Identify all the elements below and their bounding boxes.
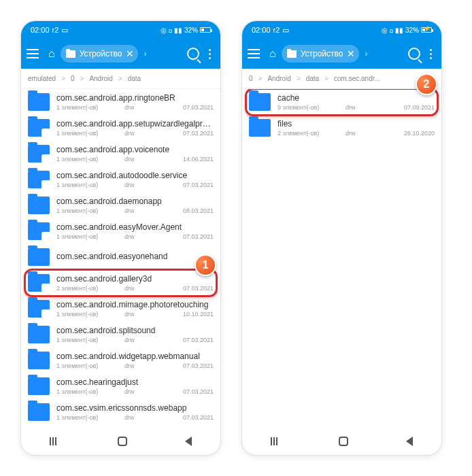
chevron-right-icon: ›: [365, 49, 367, 58]
folder-row[interactable]: com.sec.vsim.ericssonnsds.webapp1 элемен…: [21, 399, 220, 425]
folder-name: com.sec.hearingadjust: [56, 377, 214, 387]
permissions: drw: [124, 104, 158, 111]
chevron-right-icon: >: [324, 75, 328, 82]
folder-row[interactable]: com.sec.android.gallery3d2 элемент(-ов)d…: [21, 270, 220, 296]
file-list: com.sec.android.app.ringtoneBR1 элемент(…: [21, 89, 220, 428]
folder-icon: [28, 248, 50, 266]
item-count: 1 элемент(-ов): [56, 130, 124, 137]
close-icon[interactable]: ✕: [126, 48, 134, 59]
folder-name: files: [277, 119, 435, 129]
permissions: drw: [124, 130, 158, 137]
folder-row[interactable]: com.sec.android.autodoodle.service1 элем…: [21, 167, 220, 192]
permissions: drw: [345, 104, 380, 111]
date: 07.03.2021: [158, 337, 214, 343]
folder-name: com.sec.android.app.voicenote: [56, 145, 214, 154]
folder-name: cache: [277, 93, 435, 103]
breadcrumb-item[interactable]: data: [128, 75, 141, 82]
app-indicator-icon: ▭: [282, 26, 289, 35]
home-button[interactable]: ⌂: [48, 48, 55, 60]
network-label: r2: [52, 26, 59, 34]
nav-back[interactable]: [185, 437, 192, 446]
app-indicator-icon: ▭: [61, 26, 68, 35]
nav-recent[interactable]: [271, 437, 282, 445]
path-chip[interactable]: Устройство ✕: [61, 45, 139, 63]
folder-row[interactable]: com.sec.android.mimage.photoretouching1 …: [21, 296, 220, 322]
folder-row[interactable]: com.sec.android.app.ringtoneBR1 элемент(…: [21, 89, 220, 115]
folder-name: com.sec.android.app.ringtoneBR: [56, 93, 214, 103]
date: 07.03.2021: [158, 104, 214, 111]
home-button[interactable]: ⌂: [269, 48, 276, 60]
folder-row[interactable]: com.sec.android.widgetapp.webmanual1 эле…: [21, 347, 220, 373]
chevron-right-icon: >: [118, 75, 122, 82]
breadcrumb-item[interactable]: 0: [249, 75, 253, 82]
date: 07.03.2021: [158, 388, 214, 395]
nav-recent[interactable]: [50, 437, 61, 445]
folder-icon: [28, 352, 50, 369]
wifi-icon: ⩍: [390, 27, 393, 34]
breadcrumb-item[interactable]: data: [306, 75, 319, 82]
permissions: drw: [124, 362, 158, 369]
item-count: 1 элемент(-ов): [56, 182, 124, 188]
chevron-right-icon: >: [258, 75, 263, 82]
folder-icon: [249, 93, 271, 111]
folder-row[interactable]: com.sec.android.app.setupwizardlegalprov…: [21, 115, 220, 141]
menu-button[interactable]: [27, 46, 43, 62]
item-count: 9 элемент(-ов): [277, 104, 345, 111]
status-bar: 02:00 r2 ▭ ◎ ⩍ ▮▮ 32%: [242, 21, 441, 39]
folder-name: com.sec.android.easyonehand: [56, 252, 214, 261]
search-button[interactable]: [187, 48, 199, 60]
folder-name: com.sec.android.splitsound: [56, 326, 214, 335]
folder-row[interactable]: com.sec.android.daemonapp1 элемент(-ов)d…: [21, 192, 220, 218]
date: 07.03.2021: [158, 414, 214, 421]
folder-row[interactable]: com.sec.android.easyonehand: [21, 244, 220, 270]
hotspot-icon: ◎: [382, 27, 388, 34]
folder-icon: [28, 300, 50, 318]
close-icon[interactable]: ✕: [347, 48, 355, 59]
breadcrumb: 0>Android>data>com.sec.andr...: [242, 69, 441, 89]
breadcrumb-item[interactable]: com.sec.andr...: [334, 75, 380, 82]
more-button[interactable]: [426, 49, 436, 59]
folder-icon: [28, 403, 50, 421]
nav-home[interactable]: [118, 437, 127, 446]
item-count: 1 элемент(-ов): [56, 207, 124, 214]
folder-row[interactable]: files2 элемент(-ов)drw26.10.2020: [242, 115, 441, 141]
folder-name: com.sec.android.widgetapp.webmanual: [56, 352, 214, 361]
breadcrumb-item[interactable]: emulated: [28, 75, 56, 82]
toolbar: ⌂ Устройство ✕ ›: [21, 39, 220, 69]
folder-icon: [28, 222, 50, 240]
breadcrumb: emulated>0>Android>data: [21, 69, 220, 89]
phone-right: 02:00 r2 ▭ ◎ ⩍ ▮▮ 32% ⌂ Устройство ✕ › 0…: [241, 20, 442, 456]
permissions: drw: [124, 233, 158, 240]
folder-icon: [28, 377, 50, 395]
folder-row[interactable]: com.sec.android.app.voicenote1 элемент(-…: [21, 141, 220, 167]
breadcrumb-item[interactable]: Android: [89, 75, 112, 82]
android-nav: [21, 428, 220, 455]
permissions: drw: [124, 285, 158, 292]
folder-row[interactable]: com.sec.android.easyMover.Agent1 элемент…: [21, 218, 220, 244]
breadcrumb-item[interactable]: 0: [71, 75, 75, 82]
folder-name: com.sec.android.daemonapp: [56, 197, 214, 206]
permissions: drw: [124, 414, 158, 421]
menu-button[interactable]: [248, 46, 264, 62]
nav-back[interactable]: [406, 437, 413, 446]
folder-name: com.sec.android.gallery3d: [56, 274, 214, 284]
folder-name: com.sec.android.app.setupwizardlegalprov…: [56, 119, 214, 129]
folder-row[interactable]: cache9 элемент(-ов)drw07.09.2021: [242, 89, 441, 115]
date: 26.10.2020: [380, 130, 435, 137]
signal-icon: ▮▮: [395, 27, 403, 34]
folder-icon: [66, 50, 75, 58]
item-count: 1 элемент(-ов): [56, 156, 124, 163]
wifi-icon: ⩍: [169, 27, 172, 34]
date: 14.06.2021: [158, 156, 214, 163]
path-chip[interactable]: Устройство ✕: [282, 45, 360, 63]
folder-row[interactable]: com.sec.hearingadjust1 элемент(-ов)drw07…: [21, 373, 220, 399]
toolbar: ⌂ Устройство ✕ ›: [242, 39, 441, 69]
more-button[interactable]: [205, 49, 215, 59]
callout-badge: 2: [416, 73, 437, 95]
item-count: 1 элемент(-ов): [56, 337, 124, 343]
folder-icon: [28, 326, 50, 343]
nav-home[interactable]: [339, 437, 348, 446]
breadcrumb-item[interactable]: Android: [267, 75, 290, 82]
folder-row[interactable]: com.sec.android.splitsound1 элемент(-ов)…: [21, 322, 220, 347]
search-button[interactable]: [408, 48, 420, 60]
